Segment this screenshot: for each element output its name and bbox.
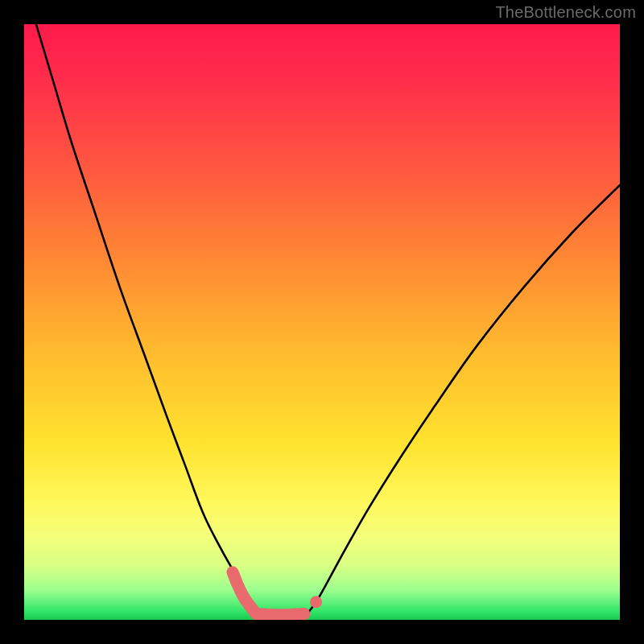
plot-area — [24, 24, 620, 620]
highlight-dot — [310, 596, 322, 608]
gradient-background — [24, 24, 620, 620]
highlight-bottom — [257, 614, 304, 615]
watermark-label: TheBottleneck.com — [495, 3, 636, 22]
plot-svg — [24, 24, 620, 620]
chart-frame: TheBottleneck.com — [0, 0, 644, 644]
